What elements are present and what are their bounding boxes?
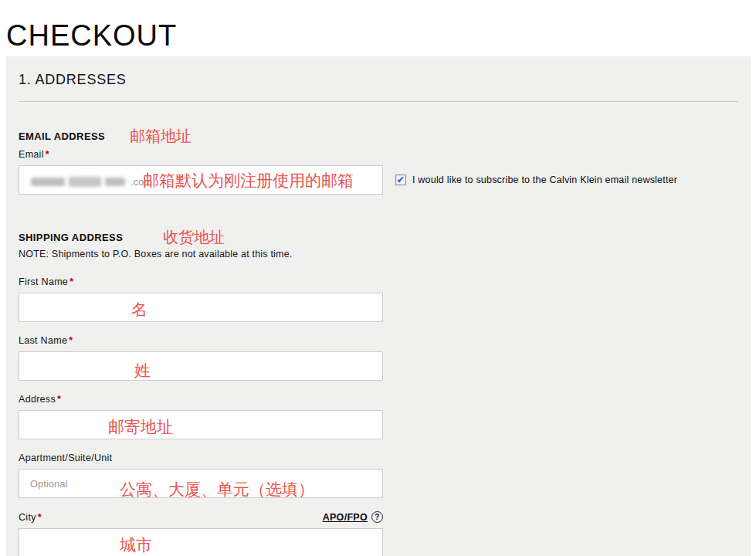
section-heading-addresses: 1. ADDRESSES: [19, 72, 738, 88]
shipping-heading-annotation: 收货地址: [163, 229, 225, 246]
newsletter-checkbox[interactable]: ✔: [395, 175, 406, 185]
address-label: Address*: [19, 394, 61, 405]
page-title: CHECKOUT: [6, 20, 756, 51]
last-name-label: Last Name*: [19, 335, 73, 346]
email-label: Email*: [19, 149, 49, 160]
required-mark: *: [57, 394, 61, 405]
address-input[interactable]: [19, 410, 383, 439]
shipping-address-heading: SHIPPING ADDRESS: [19, 232, 123, 243]
newsletter-row: ✔ I would like to subscribe to the Calvi…: [395, 175, 677, 185]
email-heading-annotation: 邮箱地址: [130, 127, 192, 144]
required-mark: *: [46, 149, 49, 160]
required-mark: *: [69, 276, 73, 287]
help-icon[interactable]: ?: [371, 511, 383, 523]
required-mark: *: [69, 335, 73, 346]
required-mark: *: [38, 512, 42, 523]
last-name-input[interactable]: [19, 351, 383, 381]
city-label: City*: [19, 512, 42, 523]
apartment-input[interactable]: [19, 469, 383, 498]
apartment-label: Apartment/Suite/Unit: [19, 453, 114, 463]
checkmark-icon: ✔: [397, 175, 405, 185]
apo-fpo-link[interactable]: APO/FPO: [323, 512, 368, 523]
first-name-label: First Name*: [19, 276, 73, 287]
email-address-heading: EMAIL ADDRESS: [19, 131, 105, 142]
email-input[interactable]: [19, 165, 383, 195]
first-name-input[interactable]: [19, 293, 383, 322]
addresses-panel: 1. ADDRESSES EMAIL ADDRESS 邮箱地址 Email* .…: [6, 56, 751, 556]
newsletter-label: I would like to subscribe to the Calvin …: [412, 175, 677, 185]
po-box-note: NOTE: Shipments to P.O. Boxes are not av…: [19, 249, 738, 259]
city-input[interactable]: [19, 528, 383, 556]
section-divider: [19, 101, 738, 102]
